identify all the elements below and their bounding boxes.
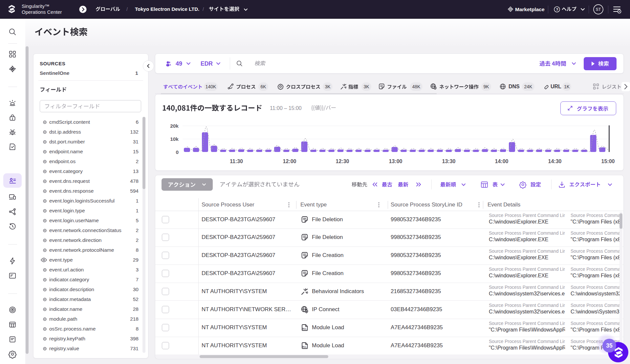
- svg-text:DLL: DLL: [302, 345, 307, 348]
- svg-text:DLL: DLL: [302, 327, 307, 330]
